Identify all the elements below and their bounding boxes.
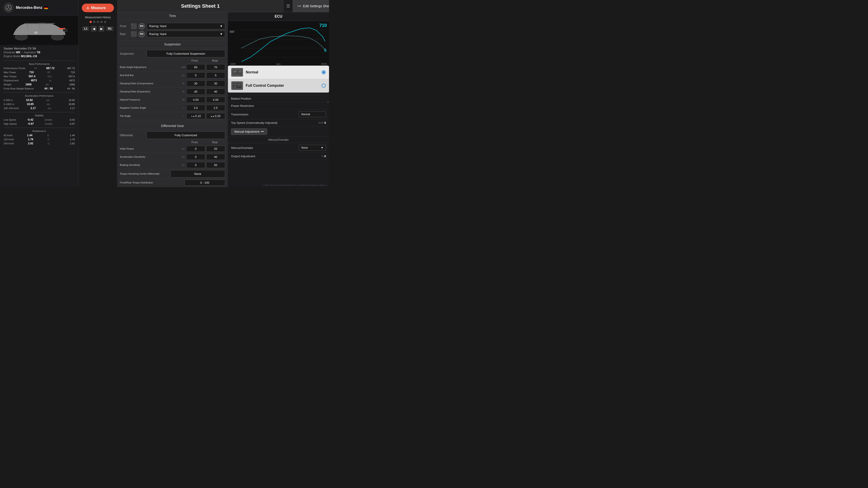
- diff-type-value[interactable]: Fully Customized: [147, 131, 225, 139]
- transmission-val: Normal: [301, 113, 310, 116]
- neg-camber-front[interactable]: 3.0: [186, 105, 205, 111]
- torque-vec-value[interactable]: None: [170, 170, 225, 177]
- accel-row2-unit: sec.: [46, 103, 51, 105]
- damping-comp-unit: %: [181, 82, 186, 85]
- rot-r1-unit: G: [47, 134, 49, 137]
- initial-torque-front[interactable]: 0: [186, 146, 205, 152]
- accel-row3-unit: sec.: [48, 107, 52, 109]
- nat-freq-front[interactable]: 4.00: [186, 97, 205, 103]
- suspension-title: Suspension: [164, 42, 181, 46]
- measurement-history: Measurement History L1 ◀ ▶ R1: [82, 16, 114, 32]
- l1-badge: L1: [82, 26, 89, 31]
- accel-row1-val: 10.92: [26, 98, 33, 102]
- initial-torque-rear[interactable]: 20: [206, 146, 225, 152]
- settings-sheet-button[interactable]: Settings Sheet 1: [117, 0, 284, 12]
- diff-section: Differential Fully Customized Front Rear…: [117, 130, 228, 187]
- nitrous-section-header: Nitrous/Overtake: [228, 137, 329, 143]
- body-height-rear[interactable]: 70: [206, 64, 225, 70]
- front-rear-dist-value[interactable]: 0 : 100: [184, 180, 225, 186]
- content-scroll: Tires Front ⬛ RH Racing: Hard ▼ Rear ⬛ R…: [117, 12, 228, 187]
- measure-button[interactable]: ⚠ Measure: [82, 4, 114, 12]
- ecu-dropdown: Normal Full Control Computer: [228, 66, 329, 93]
- nitrous-row: Nitrous/Overtake None ▼: [228, 143, 329, 153]
- accel-sens-rear[interactable]: 40: [206, 154, 225, 160]
- power-row: Max Power 710 HP 710: [2, 70, 76, 74]
- accel-sens-unit: Lv.: [181, 156, 186, 158]
- accel-row3: 100-150 km/h 2.17 sec. 2.17: [2, 106, 76, 110]
- damping-exp-rear[interactable]: 40: [206, 89, 225, 95]
- ecu-option-full-control[interactable]: Full Control Computer: [228, 79, 329, 92]
- chart-x-labels: 1000 rpm 8000: [228, 63, 329, 65]
- front-rear-header: Front Rear: [120, 59, 225, 62]
- rot-r1-label: 60 km/h: [4, 134, 12, 137]
- accel-perf-title: Acceleration Performance: [0, 94, 79, 97]
- neg-camber-label: Negative Camber Angle: [120, 106, 181, 109]
- braking-sens-front[interactable]: 0: [186, 162, 205, 168]
- rear-rh-badge: RH: [138, 31, 145, 37]
- anti-roll-front[interactable]: 5: [186, 72, 205, 78]
- nitrous-select[interactable]: None ▼: [299, 145, 326, 151]
- diff-fr-header: Front Rear: [120, 141, 225, 144]
- nitrous-section-title: Nitrous/Overtake: [268, 138, 289, 141]
- accel-row2-val2: 18.85: [64, 103, 75, 105]
- rot-row3: 240 km/h 2.92 G 2.92: [2, 141, 76, 145]
- anti-roll-rear[interactable]: 5: [206, 72, 225, 78]
- nat-freq-label: Natural Frequency: [120, 98, 181, 101]
- pp-prefix: PP: [35, 67, 37, 69]
- neg-camber-rear[interactable]: 2.5: [206, 105, 225, 111]
- power-restrict-label: Power Restriction: [231, 104, 326, 107]
- front-rear-dist-row: Front/Rear Torque Distribution 0 : 100: [120, 179, 225, 187]
- damping-comp-rear[interactable]: 30: [206, 80, 225, 87]
- divider-4: [4, 128, 75, 128]
- svg-point-16: [239, 70, 241, 72]
- damping-exp-front[interactable]: 40: [186, 89, 205, 95]
- suspension-type-value[interactable]: Fully Customized Suspension: [147, 50, 225, 57]
- nav-prev-button[interactable]: ◀: [91, 26, 97, 32]
- transmission-select[interactable]: Normal: [299, 111, 326, 117]
- measure-label: Measure: [91, 6, 106, 10]
- toe-rear[interactable]: ▶◀ 0.20: [206, 113, 225, 119]
- accel-sens-front[interactable]: 0: [186, 154, 205, 160]
- mercedes-logo: [4, 3, 13, 13]
- braking-sens-rear[interactable]: 50: [206, 162, 225, 168]
- front-tire-chevron: ▼: [220, 24, 223, 28]
- ecu-option-normal[interactable]: Normal: [228, 66, 329, 79]
- power-unit: HP: [47, 71, 51, 74]
- front-tire-select[interactable]: Racing: Hard ▼: [147, 23, 225, 29]
- tires-section: Front ⬛ RH Racing: Hard ▼ Rear ⬛ RH Raci…: [117, 20, 228, 41]
- toe-front[interactable]: ▼◀ 0.10: [186, 113, 205, 119]
- measurement-dots: [82, 21, 114, 23]
- diff-front-label: Front: [184, 141, 205, 144]
- edit-settings-button[interactable]: ••• Edit Settings Sheet: [293, 0, 329, 12]
- diff-type-label: Differential: [120, 134, 145, 137]
- r1-badge: R1: [106, 26, 113, 31]
- dot-3: [97, 21, 99, 23]
- tires-header: Tires: [117, 12, 228, 20]
- hs-val2: -0.97: [64, 123, 75, 125]
- displacement-label: Displacement: [4, 79, 19, 82]
- svg-point-22: [235, 87, 236, 88]
- pp-val: 887.72: [46, 67, 55, 70]
- nat-freq-unit: Hz: [181, 98, 186, 101]
- suspension-type-label: Suspension: [120, 52, 145, 55]
- ecu-chart-svg: [241, 21, 329, 66]
- hs-row: High Speed -0.97 (Under) -0.97: [2, 122, 76, 126]
- diff-rear-label: Rear: [205, 141, 225, 144]
- body-height-front[interactable]: 60: [186, 64, 205, 70]
- dot-5: [104, 21, 106, 23]
- output-adj2-label: Output Adjustment: [231, 155, 321, 158]
- copyright-text: © 2023 Sony Interactive Entertainment In…: [264, 184, 327, 186]
- rot-row2: 120 km/h 1.76 G 1.76: [2, 137, 76, 141]
- damping-comp-front[interactable]: 30: [186, 80, 205, 87]
- rear-tire-select[interactable]: Racing: Hard ▼: [147, 31, 225, 37]
- dot-2: [93, 21, 95, 23]
- menu-icon-button[interactable]: ☰: [284, 4, 293, 8]
- manual-adj-button[interactable]: Manual Adjustment •••: [231, 128, 267, 135]
- nav-next-button[interactable]: ▶: [98, 26, 104, 32]
- front-rh-badge: RH: [138, 23, 145, 29]
- right-panel: ECU 710 597 5 1000 rpm 8000 Downforce ft…: [228, 12, 329, 187]
- nat-freq-rear[interactable]: 4.00: [206, 97, 225, 103]
- toe-rear-prefix: ▶◀: [211, 115, 214, 118]
- toe-angle-row: Toe Angle ° ▼◀ 0.10 ▶◀ 0.20: [120, 112, 225, 120]
- accel-row1: 0-400 m 10.92 sec. 10.92: [2, 98, 76, 102]
